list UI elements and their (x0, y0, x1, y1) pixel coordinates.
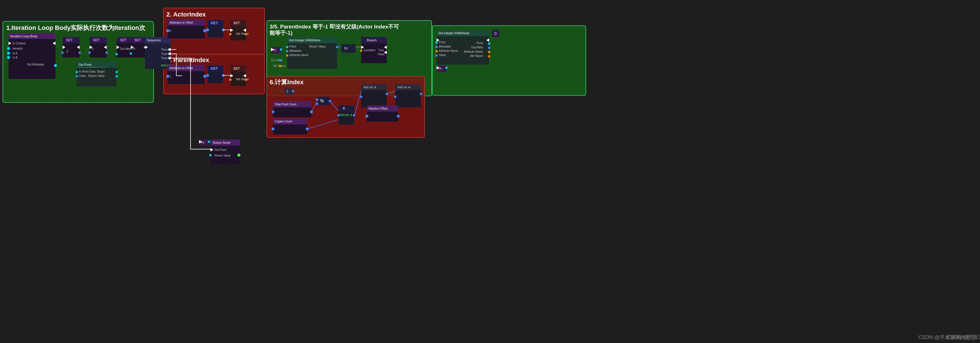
set-node-section2[interactable] (231, 20, 246, 40)
svg-point-230 (208, 140, 210, 143)
svg-text:Pt: Pt (201, 141, 204, 144)
multiply-operator-node[interactable] (339, 105, 354, 124)
svg-rect-227 (199, 139, 209, 146)
iteration-loop-body-node[interactable] (8, 33, 56, 78)
svg-text:Pt: Pt (439, 67, 441, 70)
set-node-section4[interactable] (231, 65, 246, 86)
svg-point-179 (445, 67, 448, 69)
watermark: CSDN @开发游戏的老王 (919, 334, 975, 341)
get-node-1[interactable] (208, 20, 223, 38)
add-pin-node-1[interactable] (361, 84, 387, 107)
get-node-2[interactable] (208, 65, 223, 83)
get-integer-64-attribute-node[interactable] (287, 37, 337, 69)
set-integer-64-attribute-node[interactable] (436, 30, 489, 66)
copies-count-node[interactable] (273, 118, 307, 134)
branch-node[interactable] (361, 37, 387, 63)
sequence-node[interactable] (145, 37, 171, 68)
return-node[interactable] (210, 139, 240, 164)
svg-text:D: D (494, 32, 497, 35)
modulo-operator-node[interactable] (317, 97, 330, 105)
add-pin-node-2[interactable] (395, 84, 421, 107)
random-offset-node[interactable] (367, 105, 398, 121)
total-point-count-node[interactable] (273, 101, 312, 117)
svg-rect-176 (436, 65, 447, 72)
